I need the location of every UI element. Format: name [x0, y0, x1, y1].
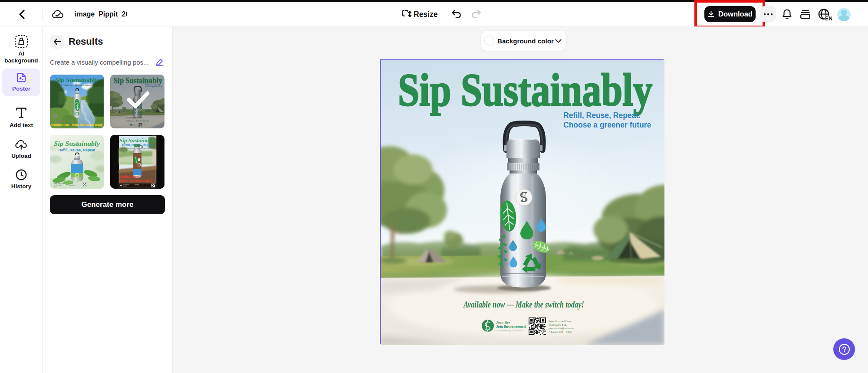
svg-text:EN: EN — [825, 16, 832, 21]
svg-text:Refill, Reuse, Repeat: Refill, Reuse, Repeat — [122, 143, 153, 147]
svg-text:Sip Sustainably: Sip Sustainably — [54, 140, 100, 147]
svg-text:Make the switch today!: Make the switch today! — [120, 179, 152, 183]
svg-text:Refill, Reuse, Repeat: Refill, Reuse, Repeat — [58, 148, 95, 152]
svg-text:Available now—Make the switch: Available now—Make the switch today! — [50, 123, 104, 127]
svg-text:Join the movement. Choose a gr: Join the movement. Choose a greener futu… — [120, 147, 155, 149]
svg-text:Sip Sustainably: Sip Sustainably — [119, 137, 156, 144]
svg-text:Sip Sustainably: Sip Sustainably — [56, 77, 99, 83]
svg-text:Join the movement. Choose a gr: Join the movement. Choose a greener futu… — [55, 84, 99, 86]
